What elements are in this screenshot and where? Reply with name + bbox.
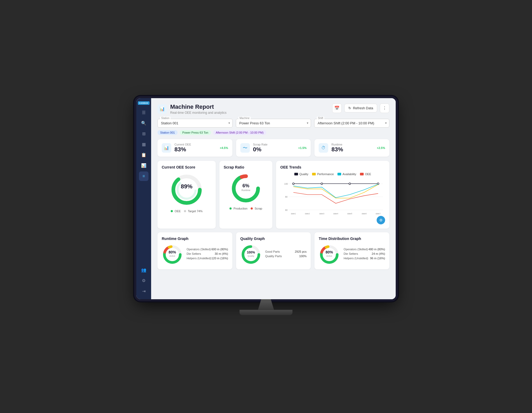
monitor-stand bbox=[136, 299, 396, 315]
svg-text:date3: date3 bbox=[319, 212, 324, 215]
kpi-oee-body: Current OEE 83% bbox=[174, 143, 217, 153]
bottom-row: Runtime Graph 80% Active bbox=[157, 232, 389, 269]
stat-row: Quality Parts 100% bbox=[265, 255, 307, 258]
svg-point-24 bbox=[349, 183, 351, 184]
sidebar-item-analytics[interactable]: 📊 bbox=[139, 161, 148, 170]
stand-neck bbox=[258, 299, 274, 310]
scrap-donut-svg: 6% Runtime bbox=[230, 173, 262, 204]
kpi-oee: 📊 Current OEE 83% +4.5% bbox=[157, 139, 232, 157]
tags-row: Station 001 Power Press 63 Ton Afternoon… bbox=[157, 130, 389, 135]
kpi-runtime: ⏱ Runtime 83% +2.5% bbox=[314, 139, 389, 157]
kpi-scrap-change: +1.5% bbox=[298, 146, 307, 149]
kpi-oee-value: 83% bbox=[174, 146, 217, 153]
svg-text:date6: date6 bbox=[362, 212, 367, 215]
tag-machine: Power Press 63 Ton bbox=[180, 130, 211, 135]
page-header: 📊 Machine Report Real-time OEE monitorin… bbox=[157, 103, 389, 115]
time-dist-stats: Operators (Skilled) 480 m (80%) Die Sett… bbox=[344, 248, 385, 261]
shift-select-group: Shift Afternoon Shift (2:00 PM - 10:00 P… bbox=[314, 119, 389, 128]
trends-chart-svg: 100 80 60 date1 date2 date3 date4 bbox=[280, 178, 385, 220]
quality-donut-svg: 100% Quality bbox=[240, 244, 262, 265]
machine-label: Machine bbox=[238, 117, 251, 120]
legend-availability: Availability bbox=[337, 173, 356, 176]
legend-scrap: Scrap bbox=[251, 207, 262, 210]
machine-select[interactable]: Power Press 63 Ton bbox=[236, 119, 311, 128]
svg-text:date5: date5 bbox=[347, 212, 352, 215]
title-block: Machine Report Real-time OEE monitoring … bbox=[170, 103, 227, 115]
legend-production: Production bbox=[229, 207, 247, 210]
sidebar-item-logout[interactable]: ⇥ bbox=[139, 287, 148, 296]
oee-score-card: Current OEE Score 89% bbox=[157, 161, 216, 229]
oee-donut-wrap: 89% bbox=[162, 173, 211, 207]
scrap-ratio-card: Scrap Ratio 6% Runtime bbox=[219, 161, 272, 229]
stat-row: Operators (Skilled) 480 m (80%) bbox=[344, 248, 385, 251]
sidebar-item-settings[interactable]: ⚙ bbox=[139, 276, 148, 285]
stand-base bbox=[240, 310, 292, 315]
sidebar-item-users[interactable]: 👥 bbox=[139, 265, 148, 275]
runtime-donut-svg: 80% Active bbox=[162, 244, 183, 265]
shift-label: Shift bbox=[317, 117, 324, 120]
legend-target: Target 74% bbox=[184, 210, 203, 213]
legend-performance: Performance bbox=[312, 173, 334, 176]
stat-row: Helpers (Unskilled) 120 m (16%) bbox=[187, 257, 228, 260]
svg-text:100: 100 bbox=[284, 183, 288, 185]
kpi-runtime-body: Runtime 83% bbox=[331, 143, 373, 153]
kpi-runtime-icon: ⏱ bbox=[319, 143, 328, 153]
sidebar-item-search[interactable]: 🔍 bbox=[139, 119, 148, 128]
stat-row: Helpers (Unskilled) 96 m (16%) bbox=[344, 257, 385, 260]
svg-text:80%: 80% bbox=[326, 250, 333, 254]
quality-graph-title: Quality Graph bbox=[240, 237, 307, 241]
svg-text:date4: date4 bbox=[333, 212, 338, 215]
kpi-scrap-body: Scrap Rate 0% bbox=[253, 143, 295, 153]
kpi-row: 📊 Current OEE 83% +4.5% 〜 Scrap Rate 0% bbox=[157, 139, 389, 157]
kpi-oee-icon: 📊 bbox=[162, 143, 171, 153]
refresh-button[interactable]: ↻ Refresh Data bbox=[344, 104, 377, 112]
svg-text:date1: date1 bbox=[291, 212, 296, 215]
svg-text:80: 80 bbox=[285, 196, 288, 198]
trends-card: OEE Trends Quality Performance bbox=[276, 161, 389, 229]
scrap-donut-wrap: 6% Runtime bbox=[224, 173, 268, 204]
kpi-runtime-label: Runtime bbox=[331, 143, 373, 146]
title-section: 📊 Machine Report Real-time OEE monitorin… bbox=[157, 103, 227, 115]
kpi-runtime-change: +2.5% bbox=[377, 146, 385, 149]
tag-shift: Afternoon Shift (2:00 PM - 10:00 PM) bbox=[213, 130, 266, 135]
svg-point-5 bbox=[234, 176, 258, 201]
svg-text:Quality: Quality bbox=[247, 255, 254, 257]
legend-oee: OEE bbox=[171, 210, 181, 213]
sidebar-item-list[interactable]: ≡ bbox=[139, 171, 148, 181]
runtime-graph-card: Runtime Graph 80% Active bbox=[157, 232, 232, 269]
main-content: 📊 Machine Report Real-time OEE monitorin… bbox=[151, 98, 396, 299]
sidebar-item-grid[interactable]: ▦ bbox=[139, 140, 148, 149]
svg-point-22 bbox=[292, 183, 294, 184]
runtime-donut-wrap: 80% Active Operators (Skilled) 600 m (80… bbox=[162, 244, 228, 265]
svg-text:Runtime: Runtime bbox=[241, 189, 250, 192]
scrap-ratio-title: Scrap Ratio bbox=[224, 165, 268, 169]
sidebar-item-reports[interactable]: 📋 bbox=[139, 150, 148, 160]
time-dist-donut-wrap: 80% Active Operators (Skilled) 480 m (80… bbox=[319, 244, 385, 265]
runtime-graph-title: Runtime Graph bbox=[162, 237, 228, 241]
svg-text:6%: 6% bbox=[242, 183, 249, 188]
sidebar-item-menu[interactable]: ☰ bbox=[139, 108, 148, 117]
more-button[interactable]: ⋮ bbox=[380, 103, 389, 113]
sidebar-logo: KANBAN bbox=[138, 101, 149, 105]
oee-score-title: Current OEE Score bbox=[162, 165, 211, 169]
kpi-runtime-value: 83% bbox=[331, 146, 373, 153]
kpi-oee-label: Current OEE bbox=[174, 143, 217, 146]
stat-row: Die Setters 24 m (4%) bbox=[344, 252, 385, 255]
tag-station: Station 001 bbox=[157, 130, 178, 135]
kpi-scrap-icon: 〜 bbox=[240, 143, 250, 153]
page-subtitle: Real-time OEE monitoring and analytics bbox=[170, 111, 227, 115]
quality-graph-card: Quality Graph 100% Quality Good Parts bbox=[236, 232, 311, 269]
page-title: Machine Report bbox=[170, 103, 227, 110]
chart-settings-button[interactable]: ⚙ bbox=[377, 216, 385, 224]
machine-select-group: Machine Power Press 63 Ton ▾ bbox=[236, 119, 311, 128]
svg-text:89%: 89% bbox=[181, 183, 192, 190]
calendar-button[interactable]: 📅 bbox=[332, 103, 342, 113]
refresh-label: Refresh Data bbox=[353, 106, 373, 110]
shift-select[interactable]: Afternoon Shift (2:00 PM - 10:00 PM) bbox=[314, 119, 389, 128]
time-distribution-card: Time Distribution Graph 80% Active bbox=[314, 232, 389, 269]
stat-row: Good Parts 2925 pcs bbox=[265, 250, 307, 253]
sidebar-item-dashboard[interactable]: ⊞ bbox=[139, 129, 148, 139]
quality-donut-wrap: 100% Quality Good Parts 2925 pcs Quality… bbox=[240, 244, 307, 265]
station-select[interactable]: Station 001 bbox=[157, 119, 233, 128]
section-row-main: Current OEE Score 89% bbox=[157, 161, 389, 229]
